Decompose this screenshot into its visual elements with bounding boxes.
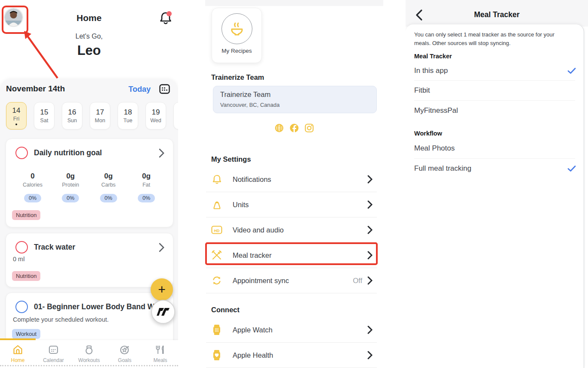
notification-badge-dot: [167, 11, 172, 16]
goals-target-icon: [119, 344, 130, 355]
water-amount: 0 ml: [13, 256, 24, 262]
crossed-utensils-icon: [211, 250, 222, 261]
nutrition-tag: Nutrition: [12, 271, 40, 281]
home-icon: [12, 344, 23, 355]
nutrition-card-title: Daily nutrition goal: [34, 148, 153, 157]
settings-row-units[interactable]: Units: [206, 192, 377, 217]
nav-item-home[interactable]: Home: [0, 340, 36, 368]
status-bar-strip: [205, 0, 383, 6]
screenshot-bottom-edge: [0, 365, 178, 366]
greeting-text: Let's Go,: [0, 33, 178, 40]
chevron-right-icon: [367, 276, 373, 285]
goal-status-ring-icon: [15, 301, 28, 313]
chevron-right-icon[interactable]: [159, 148, 164, 158]
settings-row-video-audio[interactable]: HD Video and audio: [206, 217, 377, 243]
day-chip[interactable]: 16 Sun: [62, 102, 82, 130]
water-card-title: Track water: [34, 243, 153, 252]
percent-badge: 0%: [24, 194, 41, 202]
stat-protein: 0g Protein 0%: [53, 172, 88, 202]
today-link[interactable]: Today: [128, 85, 151, 94]
day-chip-selected[interactable]: 14 Fri: [6, 102, 27, 130]
bell-icon: [211, 174, 222, 185]
checkmark-icon: [567, 165, 576, 172]
day-chip[interactable]: 17 Mon: [90, 102, 110, 130]
settings-row-notifications[interactable]: Notifications: [206, 167, 377, 192]
option-full-meal-tracking[interactable]: Full meal tracking: [414, 159, 575, 178]
meals-utensils-icon: [155, 344, 166, 355]
my-recipes-label: My Recipes: [221, 48, 252, 54]
track-water-card[interactable]: Track water 0 ml Nutrition: [6, 233, 173, 287]
team-card[interactable]: Trainerize Team Vancouver, BC, Canada: [213, 86, 377, 113]
my-recipes-card[interactable]: My Recipes: [212, 8, 262, 63]
nutrition-goal-card[interactable]: Daily nutrition goal 0 Calories 0% 0g Pr…: [6, 139, 173, 227]
apple-health-icon: [211, 350, 222, 361]
instagram-icon[interactable]: [305, 124, 314, 133]
connect-section-heading: Connect: [211, 306, 239, 314]
recipes-circle: [221, 13, 252, 44]
nav-item-calendar[interactable]: Calendar: [36, 340, 71, 368]
date-heading: November 14th: [6, 84, 65, 94]
user-name: Leo: [0, 43, 178, 58]
option-myfitnesspal[interactable]: MyFitnessPal: [414, 101, 575, 121]
workout-subtitle: Complete your scheduled workout.: [13, 316, 109, 323]
day-chip[interactable]: 18 Tue: [118, 102, 138, 130]
chevron-right-icon[interactable]: [159, 243, 164, 252]
apple-watch-icon: [211, 324, 222, 335]
sync-icon: [211, 275, 222, 286]
team-location: Vancouver, BC, Canada: [220, 102, 280, 108]
meal-tracker-panel: Meal Tracker You can only select 1 meal …: [406, 0, 588, 368]
calendar-picker-icon[interactable]: [159, 83, 170, 95]
workout-tag: Workout: [12, 329, 40, 339]
add-button[interactable]: +: [151, 278, 173, 301]
appointment-sync-value: Off: [353, 277, 362, 285]
option-fitbit[interactable]: Fitbit: [414, 81, 575, 101]
nav-item-meals[interactable]: Meals: [142, 340, 178, 368]
day-selector: 14 Fri 15 Sat 16 Sun 17 Mon 18: [6, 102, 178, 130]
option-meal-photos[interactable]: Meal Photos: [414, 139, 575, 159]
connect-row-apple-watch[interactable]: Apple Watch: [206, 317, 377, 343]
profile-settings-panel: My Recipes Trainerize Team Trainerize Te…: [178, 0, 406, 368]
chevron-right-icon: [367, 175, 373, 184]
connect-row-apple-health[interactable]: Apple Health: [206, 343, 377, 368]
stat-fat: 0g Fat 0%: [129, 172, 164, 202]
social-links: [205, 124, 383, 133]
chevron-right-icon: [367, 200, 373, 209]
percent-badge: 0%: [138, 194, 155, 202]
meal-tracker-sheet: You can only select 1 meal tracker as th…: [406, 24, 584, 368]
weight-icon: [211, 199, 222, 210]
chevron-right-icon: [367, 251, 373, 259]
day-chip[interactable]: 20 Th: [173, 102, 178, 130]
stat-calories: 0 Calories 0%: [15, 172, 50, 202]
workout-card-title: 01- Beginner Lower Body Band W...: [34, 302, 164, 311]
settings-list: Notifications Units HD: [206, 167, 377, 293]
selected-day-dot: [15, 124, 17, 125]
bottom-nav: Home Calendar Workouts: [0, 338, 178, 368]
stat-carbs: 0g Carbs 0%: [91, 172, 126, 202]
page-title: Home: [0, 13, 178, 23]
nutrition-tag: Nutrition: [12, 210, 40, 220]
settings-section-heading: My Settings: [211, 155, 251, 163]
nav-item-goals[interactable]: Goals: [107, 340, 142, 368]
group-label-workflow: Workflow: [414, 130, 575, 139]
group-label-meal-tracker: Meal Tracker: [414, 53, 575, 61]
website-globe-icon[interactable]: [275, 124, 284, 133]
notification-bell-icon[interactable]: [159, 11, 172, 25]
home-content-sheet: November 14th Today 14 Fri 15 Sat: [0, 79, 178, 368]
calendar-icon: [48, 344, 59, 355]
meal-tracker-description: You can only select 1 meal tracker as th…: [414, 30, 571, 47]
settings-row-meal-tracker[interactable]: Meal tracker: [206, 243, 377, 268]
nav-item-workouts[interactable]: Workouts: [71, 340, 107, 368]
chevron-right-icon: [367, 226, 373, 234]
hd-video-icon: HD: [211, 226, 222, 234]
option-in-this-app[interactable]: In this app: [414, 61, 575, 81]
day-chip[interactable]: 15 Sat: [34, 102, 55, 130]
percent-badge: 0%: [62, 194, 79, 202]
settings-row-appointment-sync[interactable]: Appointment sync Off: [206, 268, 377, 293]
trainerize-logo-button[interactable]: [151, 300, 175, 324]
trainerize-logo-icon: [156, 305, 170, 319]
meal-tracker-title: Meal Tracker: [406, 10, 588, 19]
goal-status-ring-icon: [15, 241, 28, 253]
day-chip[interactable]: 19 Wed: [145, 102, 166, 130]
facebook-icon[interactable]: [290, 124, 299, 133]
percent-badge: 0%: [100, 194, 117, 202]
